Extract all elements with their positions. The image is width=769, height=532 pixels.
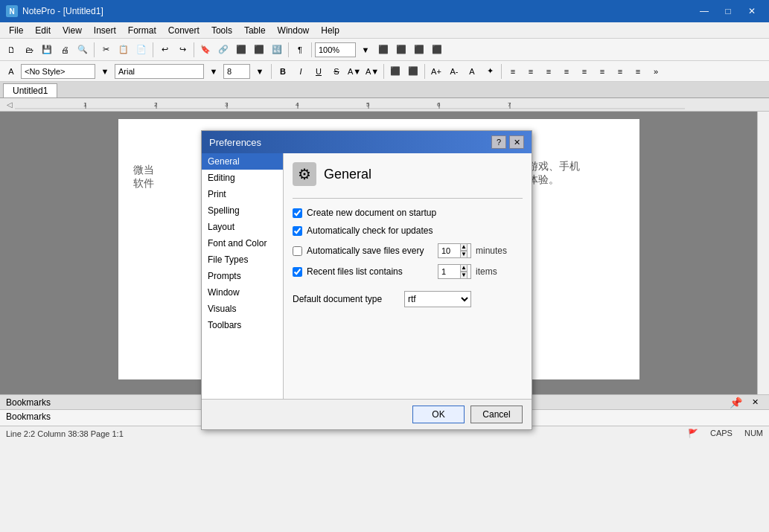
undo-button[interactable]: ↩ (156, 42, 173, 58)
pref-filetypes-item[interactable]: File Types (202, 251, 283, 268)
copy-button[interactable]: 📋 (115, 42, 132, 58)
menu-tools[interactable]: Tools (205, 24, 238, 37)
align-center-btn[interactable]: ≡ (523, 63, 539, 80)
pref-spelling-item[interactable]: Spelling (202, 202, 283, 219)
style-btn2[interactable]: ⬛ (405, 63, 421, 80)
tb-layout-btn2[interactable]: ⬛ (429, 42, 445, 58)
pref-print-item[interactable]: Print (202, 186, 283, 202)
pref-prompts-item[interactable]: Prompts (202, 268, 283, 284)
size-dropdown-arrow[interactable]: ▼ (252, 63, 268, 80)
autosave-down-arrow[interactable]: ▼ (460, 251, 468, 258)
tb-layout-btn[interactable]: ⬛ (411, 42, 427, 58)
svg-text:5: 5 (366, 101, 370, 108)
pref-editing-item[interactable]: Editing (202, 170, 283, 186)
zoom-down-icon[interactable]: ▼ (357, 42, 374, 58)
outdent-btn[interactable]: ≡ (630, 63, 646, 80)
pref-window-item[interactable]: Window (202, 284, 283, 301)
align-justify-btn[interactable]: ≡ (558, 63, 575, 80)
zoom-btn[interactable]: ⬛ (375, 42, 392, 58)
menu-convert[interactable]: Convert (162, 24, 205, 37)
more-btn[interactable]: » (648, 63, 664, 80)
font-dropdown-arrow[interactable]: ▼ (205, 63, 222, 80)
font-size-btn[interactable]: A (464, 63, 480, 80)
close-button[interactable]: ✕ (741, 4, 763, 19)
tb-btn2[interactable]: ⬛ (251, 42, 267, 58)
toolbar-main: 🗋 🗁 💾 🖨 🔍 ✂ 📋 📄 ↩ ↪ 🔖 🔗 ⬛ ⬛ 🔣 ¶ 100% ▼ ⬛… (0, 39, 769, 61)
zoom-dropdown[interactable]: 100% (315, 42, 356, 57)
tb-btn3[interactable]: 🔣 (269, 42, 285, 58)
bookmarks-title: Bookmarks (6, 397, 51, 408)
tb-btn1[interactable]: ⬛ (233, 42, 249, 58)
bookmarks-close-button[interactable]: ✕ (747, 394, 763, 411)
open-button[interactable]: 🗁 (21, 42, 37, 58)
text-box-btn[interactable]: ⬛ (387, 63, 403, 80)
default-doc-type-dropdown[interactable]: rtf txt docx html (404, 291, 471, 307)
menu-help[interactable]: Help (315, 24, 345, 37)
recent-up-arrow[interactable]: ▲ (460, 264, 468, 272)
cancel-button[interactable]: Cancel (470, 406, 523, 423)
autosave-up-arrow[interactable]: ▲ (460, 243, 468, 251)
style-dropdown[interactable]: <No Style> (21, 64, 95, 79)
pref-general-item[interactable]: General (202, 153, 283, 170)
print-preview-button[interactable]: 🔍 (74, 42, 91, 58)
menu-window[interactable]: Window (272, 24, 316, 37)
cut-button[interactable]: ✂ (98, 42, 114, 58)
clear-format-btn[interactable]: ✦ (482, 63, 498, 80)
ok-button[interactable]: OK (412, 406, 465, 423)
pref-layout-item[interactable]: Layout (202, 219, 283, 235)
svg-text:3: 3 (225, 101, 229, 108)
tab-bar: Untitled1 (0, 82, 769, 98)
menu-file[interactable]: File (3, 24, 29, 37)
pref-toolbars-item[interactable]: Toolbars (202, 317, 283, 333)
align-left-btn[interactable]: ≡ (505, 63, 521, 80)
recent-files-checkbox[interactable] (293, 267, 302, 277)
color-button[interactable]: A▼ (364, 63, 380, 80)
tab-untitled1[interactable]: Untitled1 (3, 83, 57, 97)
align-right-btn[interactable]: ≡ (540, 63, 557, 80)
underline-button[interactable]: U (310, 63, 327, 80)
style-icon: A (3, 63, 19, 80)
tb-btn4[interactable]: ¶ (292, 42, 308, 58)
autosave-spinbox[interactable]: 10 ▲ ▼ (438, 243, 471, 258)
pref-fontcolor-item[interactable]: Font and Color (202, 235, 283, 251)
style-dropdown-arrow[interactable]: ▼ (97, 63, 113, 80)
bookmarks-pin-button[interactable]: 📌 (727, 394, 744, 411)
redo-button[interactable]: ↪ (174, 42, 191, 58)
autosave-unit: minutes (476, 246, 507, 256)
print-button[interactable]: 🖨 (57, 42, 73, 58)
auto-check-updates-checkbox[interactable] (293, 226, 302, 236)
font-smaller-btn[interactable]: A- (446, 63, 462, 80)
menu-edit[interactable]: Edit (29, 24, 57, 37)
highlight-button[interactable]: A▼ (346, 63, 363, 80)
recent-down-arrow[interactable]: ▼ (460, 272, 468, 279)
list-btn[interactable]: ≡ (576, 63, 593, 80)
menu-view[interactable]: View (57, 24, 88, 37)
pref-visuals-item[interactable]: Visuals (202, 301, 283, 317)
font-larger-btn[interactable]: A+ (428, 63, 444, 80)
save-button[interactable]: 💾 (39, 42, 55, 58)
menu-insert[interactable]: Insert (88, 24, 122, 37)
paste-button[interactable]: 📄 (133, 42, 150, 58)
maximize-button[interactable]: □ (717, 4, 739, 19)
menu-table[interactable]: Table (238, 24, 272, 37)
bold-button[interactable]: B (275, 63, 291, 80)
list-num-btn[interactable]: ≡ (594, 63, 610, 80)
dialog-help-button[interactable]: ? (491, 135, 506, 149)
strikethrough-button[interactable]: S (328, 63, 345, 80)
indent-btn[interactable]: ≡ (612, 63, 628, 80)
font-dropdown[interactable]: Arial (115, 64, 204, 79)
menu-format[interactable]: Format (122, 24, 162, 37)
svg-text:6: 6 (437, 101, 441, 108)
create-new-doc-checkbox[interactable] (293, 208, 302, 218)
new-button[interactable]: 🗋 (3, 42, 19, 58)
bookmark-button[interactable]: 🔖 (197, 42, 214, 58)
recent-files-spinbox[interactable]: 1 ▲ ▼ (438, 264, 471, 279)
minimize-button[interactable]: — (693, 4, 715, 19)
italic-button[interactable]: I (293, 63, 309, 80)
link-button[interactable]: 🔗 (215, 42, 232, 58)
size-dropdown[interactable]: 8 (223, 64, 250, 79)
dialog-close-button[interactable]: ✕ (509, 135, 524, 149)
zoom-btn2[interactable]: ⬛ (393, 42, 409, 58)
vertical-scrollbar[interactable] (757, 112, 769, 394)
autosave-checkbox[interactable] (293, 246, 302, 256)
